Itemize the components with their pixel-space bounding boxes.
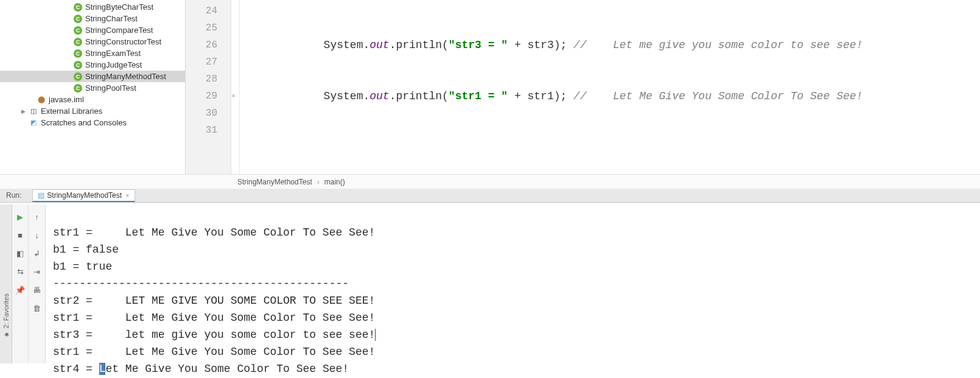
class-icon: C — [74, 72, 82, 81]
line-number[interactable]: 26 — [186, 37, 231, 54]
scratch-icon: ◩ — [29, 118, 38, 128]
up-button[interactable]: ↑ — [31, 211, 43, 223]
tree-item-label: StringCharTest — [85, 14, 138, 23]
tree-item[interactable]: CStringCompareTest — [0, 24, 185, 36]
code-string: "str1 = " — [449, 90, 508, 102]
class-icon: C — [74, 3, 82, 12]
breadcrumb-item[interactable]: main() — [324, 178, 345, 186]
project-tree[interactable]: CStringByteCharTest CStringCharTest CStr… — [0, 0, 186, 188]
console-line: str1 = Let Me Give You Some Color To See… — [53, 346, 375, 358]
restore-layout-button[interactable]: ⇆ — [14, 265, 26, 278]
console-line: b1 = false — [53, 243, 119, 256]
line-number[interactable]: 29 — [186, 88, 231, 105]
console-line: str3 = let me give you some color to see… — [53, 329, 375, 341]
chevron-right-icon: › — [317, 178, 320, 186]
pin-button[interactable]: 📌 — [14, 284, 26, 296]
run-panel: ★ 2: Favorites ▶ ■ ◧ ⇆ 📌 ↑ ↓ ↲ ⇥ 🖶 🗑 str… — [0, 189, 980, 363]
left-tool-strip[interactable]: ★ 2: Favorites — [0, 205, 12, 363]
close-icon[interactable]: × — [125, 192, 129, 199]
code-text: .println( — [390, 39, 449, 51]
line-number[interactable]: 28 — [186, 71, 231, 88]
line-number[interactable]: 31 — [186, 122, 231, 139]
code-text: + str1); — [508, 90, 573, 102]
code-text: + str3); — [508, 39, 573, 51]
code-text: System. — [245, 39, 369, 51]
tree-item-label: StringCompareTest — [85, 26, 153, 35]
tree-item-label: Scratches and Consoles — [41, 118, 127, 127]
code-string: "str3 = " — [449, 39, 508, 51]
text-cursor-icon — [375, 329, 376, 341]
tree-item-label: StringJudgeTest — [85, 60, 142, 69]
run-label: Run: — [6, 191, 21, 200]
fold-gutter[interactable]: ▴ — [231, 0, 240, 188]
console-line: str2 = LET ME GIVE YOU SOME COLOR TO SEE… — [53, 295, 375, 307]
class-icon: C — [74, 84, 82, 93]
class-icon: C — [74, 61, 82, 69]
class-icon: C — [74, 49, 82, 58]
tree-item-label: External Libraries — [41, 107, 102, 116]
line-number[interactable]: 27 — [186, 54, 231, 71]
run-config-icon: ▤ — [38, 191, 44, 200]
tree-item-label: StringExamTest — [85, 49, 141, 58]
class-icon: C — [74, 38, 82, 46]
console-line: b1 = true — [53, 261, 112, 273]
code-text: System. — [245, 90, 369, 102]
scroll-end-button[interactable]: ⇥ — [31, 265, 43, 278]
code-comment: // Let Me Give You Some Color To See See… — [573, 90, 863, 102]
class-icon: C — [74, 15, 82, 23]
tree-item[interactable]: CStringPoolTest — [0, 82, 185, 94]
rerun-button[interactable]: ▶ — [14, 211, 26, 223]
code-text — [240, 139, 980, 156]
class-icon: C — [74, 26, 82, 35]
code-field: out — [369, 39, 389, 51]
run-toolbar: ▶ ■ ◧ ⇆ 📌 ↑ ↓ ↲ ⇥ 🖶 🗑 — [12, 205, 46, 363]
run-tab-label: StringManyMethodTest — [47, 191, 122, 200]
line-number[interactable]: 30 — [186, 105, 231, 122]
console-line: ----------------------------------------… — [53, 278, 349, 290]
line-number[interactable]: 25 — [186, 19, 231, 37]
tree-item[interactable]: CStringByteCharTest — [0, 1, 185, 13]
chevron-right-icon[interactable]: ▶ — [21, 108, 27, 114]
tree-item-scratches[interactable]: ◩Scratches and Consoles — [0, 117, 185, 128]
tree-item-selected[interactable]: CStringManyMethodTest — [0, 71, 185, 82]
console-line: str1 = Let Me Give You Some Color To See… — [53, 312, 375, 324]
tree-item-label: StringByteCharTest — [85, 2, 153, 12]
stop-button[interactable]: ■ — [14, 229, 26, 241]
run-tool-header: Run: ▤ StringManyMethodTest × — [0, 189, 980, 203]
favorites-tab[interactable]: ★ 2: Favorites — [2, 293, 10, 338]
iml-icon: ⬤ — [37, 95, 46, 105]
tree-item-label: javase.iml — [49, 95, 84, 104]
tree-item[interactable]: CStringJudgeTest — [0, 59, 185, 71]
tree-item-iml[interactable]: ⬤javase.iml — [0, 94, 185, 105]
line-number[interactable]: 24 — [186, 2, 231, 19]
breadcrumb[interactable]: StringManyMethodTest › main() — [0, 174, 980, 189]
console-line: str1 = Let Me Give You Some Color To See… — [53, 226, 375, 239]
dump-button[interactable]: ◧ — [14, 247, 26, 259]
tree-item-label: StringPoolTest — [85, 83, 136, 93]
tree-item[interactable]: CStringCharTest — [0, 13, 185, 24]
print-button[interactable]: 🖶 — [31, 284, 43, 296]
soft-wrap-button[interactable]: ↲ — [31, 247, 43, 259]
clear-button[interactable]: 🗑 — [31, 302, 43, 314]
fold-end-icon[interactable]: ▴ — [232, 91, 235, 98]
selection: L — [99, 363, 106, 375]
tree-item-label: StringManyMethodTest — [85, 72, 166, 81]
code-comment: // Let me give you some color to see see… — [573, 39, 863, 51]
line-gutter[interactable]: 24 25 26 27 28 29 30 31 — [186, 0, 231, 188]
console-line: et Me Give You Some Color To See See! — [105, 363, 349, 375]
code-editor[interactable]: System.out.println("str3 = " + str3); //… — [240, 0, 980, 188]
console-line: str4 = — [53, 363, 99, 375]
tree-item-libs[interactable]: ▶◫External Libraries — [0, 105, 185, 117]
breadcrumb-item[interactable]: StringManyMethodTest — [237, 178, 312, 186]
run-tab[interactable]: ▤ StringManyMethodTest × — [32, 189, 135, 202]
code-text: .println( — [390, 90, 449, 102]
tree-item[interactable]: CStringExamTest — [0, 47, 185, 59]
tree-item[interactable]: CStringConstructorTest — [0, 36, 185, 47]
console-output[interactable]: str1 = Let Me Give You Some Color To See… — [46, 205, 980, 363]
down-button[interactable]: ↓ — [31, 229, 43, 241]
tree-item-label: StringConstructorTest — [85, 37, 161, 46]
library-icon: ◫ — [29, 107, 38, 116]
code-field: out — [369, 90, 389, 102]
